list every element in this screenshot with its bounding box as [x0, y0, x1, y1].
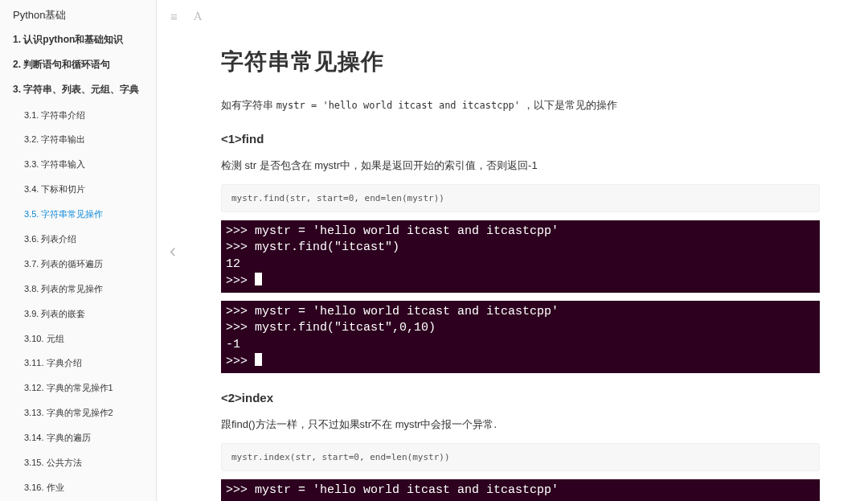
sidebar-section[interactable]: 3.2. 字符串输出 [0, 127, 156, 152]
gutter: ‹ [157, 0, 189, 501]
book-title: Python基础 [0, 0, 156, 27]
terminal-output: >>> mystr = 'hello world itcast and itca… [221, 220, 820, 293]
sidebar-section[interactable]: 3.14. 字典的遍历 [0, 425, 156, 450]
intro-pre: 如有字符串 [221, 99, 276, 111]
sidebar-section[interactable]: 3.12. 字典的常见操作1 [0, 376, 156, 400]
intro-post: ，以下是常见的操作 [520, 99, 617, 111]
cursor-icon [255, 353, 262, 366]
sidebar-section[interactable]: 3.10. 元组 [0, 326, 156, 351]
sidebar-chapter[interactable]: 1. 认识python和基础知识 [0, 27, 156, 52]
sidebar-section[interactable]: 3.4. 下标和切片 [0, 177, 156, 202]
syntax-block: mystr.index(str, start=0, end=len(mystr)… [221, 443, 820, 471]
intro-line: 如有字符串 mystr = 'hello world itcast and it… [221, 97, 820, 114]
sidebar-section[interactable]: 3.9. 列表的嵌套 [0, 302, 156, 326]
sidebar-chapter[interactable]: 3. 字符串、列表、元组、字典 [0, 77, 156, 102]
sidebar-chapter[interactable]: 2. 判断语句和循环语句 [0, 52, 156, 77]
sidebar: Python基础 1. 认识python和基础知识2. 判断语句和循环语句3. … [0, 0, 157, 501]
sidebar-section[interactable]: 3.13. 字典的常见操作2 [0, 400, 156, 425]
page-title: 字符串常见操作 [221, 47, 820, 77]
sidebar-section[interactable]: 3.6. 列表介绍 [0, 227, 156, 252]
sidebar-section[interactable]: 3.3. 字符串输入 [0, 152, 156, 177]
section-heading: <1>find [221, 132, 820, 146]
sidebar-section[interactable]: 3.1. 字符串介绍 [0, 103, 156, 128]
terminal-output: >>> mystr = 'hello world itcast and itca… [221, 479, 820, 501]
intro-code: mystr = 'hello world itcast and itcastcp… [276, 100, 520, 111]
sidebar-section[interactable]: 3.8. 列表的常见操作 [0, 277, 156, 302]
section-desc: 跟find()方法一样，只不过如果str不在 mystr中会报一个异常. [221, 416, 820, 433]
section-heading: <2>index [221, 391, 820, 404]
sidebar-section[interactable]: 3.5. 字符串常见操作 [0, 202, 156, 227]
chevron-left-icon[interactable]: ‹ [170, 240, 176, 262]
cursor-icon [255, 273, 262, 285]
sidebar-section[interactable]: 3.16. 作业 [0, 475, 156, 500]
terminal-output: >>> mystr = 'hello world itcast and itca… [221, 301, 820, 373]
syntax-block: mystr.find(str, start=0, end=len(mystr)) [221, 184, 820, 212]
section-desc: 检测 str 是否包含在 mystr中，如果是返回开始的索引值，否则返回-1 [221, 157, 820, 175]
sidebar-section[interactable]: 3.7. 列表的循环遍历 [0, 252, 156, 277]
sidebar-section[interactable]: 3.11. 字典介绍 [0, 351, 156, 376]
sidebar-section[interactable]: 3.15. 公共方法 [0, 450, 156, 475]
main-content: 字符串常见操作 如有字符串 mystr = 'hello world itcas… [189, 0, 868, 501]
